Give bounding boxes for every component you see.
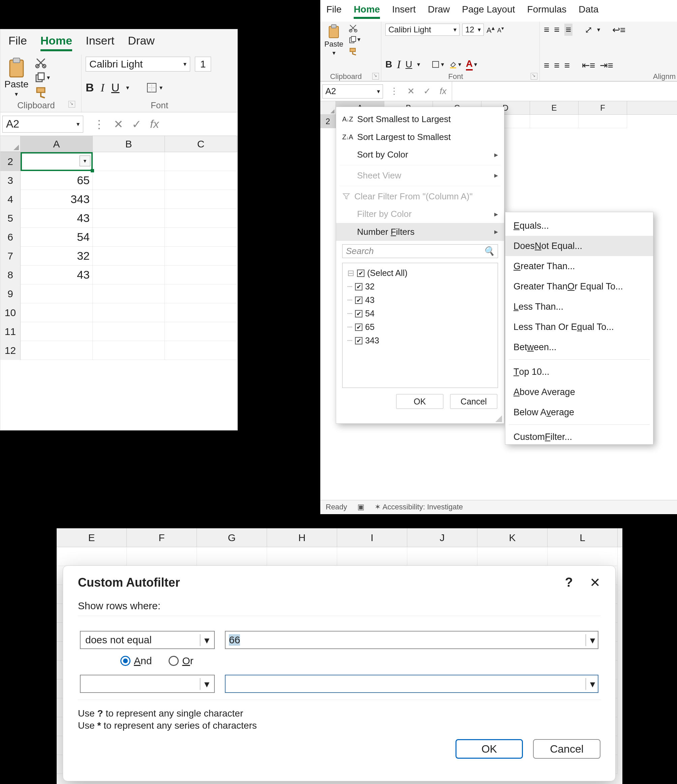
tab-formulas[interactable]: Formulas xyxy=(527,4,567,19)
grid[interactable]: 2 ▼ 365 4343 543 654 732 843 9 10 11 12 xyxy=(0,152,238,360)
nf-does-not-equal[interactable]: Does Not Equal... xyxy=(505,236,653,256)
column-header[interactable]: I xyxy=(337,528,407,547)
row-header[interactable]: 8 xyxy=(0,266,20,285)
nf-less-than-or-equal[interactable]: Less Than Or Equal To... xyxy=(505,317,653,337)
cell[interactable]: 43 xyxy=(20,266,93,285)
font-color-button[interactable]: A▾ xyxy=(466,58,477,70)
macro-record-icon[interactable]: ▣ xyxy=(357,502,365,512)
cell[interactable] xyxy=(93,152,165,171)
copy-icon[interactable]: ▾ xyxy=(35,72,50,83)
decrease-font-icon[interactable]: A▾ xyxy=(497,25,504,34)
column-header[interactable]: F xyxy=(127,528,197,547)
underline-button[interactable]: U xyxy=(405,59,412,70)
cell[interactable] xyxy=(165,152,237,171)
format-painter-icon[interactable] xyxy=(35,86,48,98)
increase-indent-icon[interactable]: ⇥≡ xyxy=(600,60,613,71)
filter-search-input[interactable]: Search 🔍 xyxy=(342,244,498,258)
tab-file[interactable]: File xyxy=(8,34,27,51)
column-header[interactable]: E xyxy=(57,528,127,547)
tab-page-layout[interactable]: Page Layout xyxy=(462,4,515,19)
cell[interactable]: 32 xyxy=(20,247,93,266)
increase-font-icon[interactable]: A▴ xyxy=(486,24,495,35)
bold-button[interactable]: B xyxy=(85,81,94,94)
sort-ascending[interactable]: A↓Z Sort Smallest to Largest xyxy=(336,110,504,128)
format-painter-icon[interactable] xyxy=(349,47,358,55)
tab-insert[interactable]: Insert xyxy=(392,4,416,19)
help-icon[interactable]: ? xyxy=(565,575,573,590)
tree-item[interactable]: ┈✔343 xyxy=(347,334,493,347)
dialog-launcher-icon[interactable] xyxy=(372,73,379,79)
cut-icon[interactable] xyxy=(35,57,47,69)
select-all-corner[interactable] xyxy=(320,101,336,114)
dialog-launcher-icon[interactable] xyxy=(68,101,75,107)
name-box[interactable]: A2 ▾ xyxy=(2,116,83,132)
tree-item[interactable]: ┈✔32 xyxy=(347,280,493,294)
nf-less-than[interactable]: Less Than... xyxy=(505,297,653,317)
filter-dropdown-icon[interactable]: ▼ xyxy=(79,156,90,166)
accept-formula-icon[interactable]: ✓ xyxy=(132,117,141,131)
italic-button[interactable]: I xyxy=(397,58,401,71)
row-header[interactable]: 12 xyxy=(0,341,20,360)
column-header-A[interactable]: A xyxy=(20,136,93,152)
borders-button[interactable]: ▾ xyxy=(432,61,444,68)
accept-formula-icon[interactable]: ✓ xyxy=(424,86,431,96)
formula-input[interactable] xyxy=(452,82,677,101)
nf-above-average[interactable]: Above Average xyxy=(505,382,653,402)
row-header[interactable]: 7 xyxy=(0,247,20,266)
cancel-button[interactable]: Cancel xyxy=(533,739,601,759)
cell[interactable]: 43 xyxy=(20,209,93,228)
number-filters[interactable]: Number Filters ▸ xyxy=(336,223,504,241)
row-header[interactable]: 2 xyxy=(0,152,20,171)
resize-grip-icon[interactable]: ◢ xyxy=(495,413,504,423)
align-bottom-icon[interactable]: ≡ xyxy=(564,23,573,36)
criteria1-operator-combo[interactable]: does not equal ▾ xyxy=(80,631,215,649)
cancel-button[interactable]: Cancel xyxy=(450,394,497,409)
and-radio[interactable]: And xyxy=(120,655,152,667)
column-header[interactable]: L xyxy=(548,528,618,547)
row-header[interactable]: 11 xyxy=(0,322,20,341)
column-header[interactable]: J xyxy=(407,528,477,547)
select-all-corner[interactable] xyxy=(0,136,20,152)
cell[interactable]: 54 xyxy=(20,228,93,247)
align-center-icon[interactable]: ≡ xyxy=(554,60,559,71)
tree-item[interactable]: ┈✔43 xyxy=(347,294,493,307)
fx-icon[interactable]: fx xyxy=(150,117,159,131)
nf-greater-than-or-equal[interactable]: Greater Than Or Equal To... xyxy=(505,276,653,297)
orientation-icon[interactable]: ⤢ xyxy=(585,24,592,36)
nf-below-average[interactable]: Below Average xyxy=(505,402,653,422)
copy-icon[interactable]: ▾ xyxy=(349,36,360,44)
tree-item[interactable]: ┈✔65 xyxy=(347,320,493,334)
cell[interactable]: 65 xyxy=(20,171,93,190)
row-header[interactable]: 2 xyxy=(320,115,336,128)
tab-draw[interactable]: Draw xyxy=(128,34,154,51)
nf-equals[interactable]: Equals... xyxy=(505,216,653,236)
column-header-E[interactable]: E xyxy=(530,101,579,114)
or-radio[interactable]: Or xyxy=(169,655,193,667)
font-name-combo[interactable]: Calibri Light▾ xyxy=(385,23,460,36)
cell-A2[interactable]: ▼ xyxy=(20,152,93,171)
fx-icon[interactable]: fx xyxy=(439,86,446,96)
align-left-icon[interactable]: ≡ xyxy=(544,60,549,71)
column-header-B[interactable]: B xyxy=(93,136,165,152)
close-icon[interactable]: ✕ xyxy=(590,575,601,590)
underline-button[interactable]: U xyxy=(111,81,120,94)
row-header[interactable]: 6 xyxy=(0,228,20,247)
sort-by-color[interactable]: Sort by Color ▸ xyxy=(336,146,504,163)
column-header[interactable]: H xyxy=(267,528,337,547)
wrap-text-icon[interactable]: ↩≡ xyxy=(612,24,626,36)
row-header[interactable]: 3 xyxy=(0,171,20,190)
tree-item-select-all[interactable]: ⊟✔(Select All) xyxy=(347,266,493,280)
cancel-formula-icon[interactable]: ✕ xyxy=(407,86,415,96)
criteria1-value-input[interactable]: 66 ▾ xyxy=(225,631,598,649)
tab-home[interactable]: Home xyxy=(40,34,72,51)
dialog-launcher-icon[interactable] xyxy=(531,73,537,79)
name-box[interactable]: A2▾ xyxy=(322,84,383,98)
column-header-C[interactable]: C xyxy=(165,136,237,152)
tab-data[interactable]: Data xyxy=(579,4,598,19)
paste-button[interactable]: Paste ▾ xyxy=(325,23,343,57)
tab-home[interactable]: Home xyxy=(354,4,380,19)
row-header[interactable]: 10 xyxy=(0,303,20,322)
tab-insert[interactable]: Insert xyxy=(85,34,114,51)
align-right-icon[interactable]: ≡ xyxy=(564,60,570,71)
criteria2-operator-combo[interactable]: ▾ xyxy=(80,675,215,693)
